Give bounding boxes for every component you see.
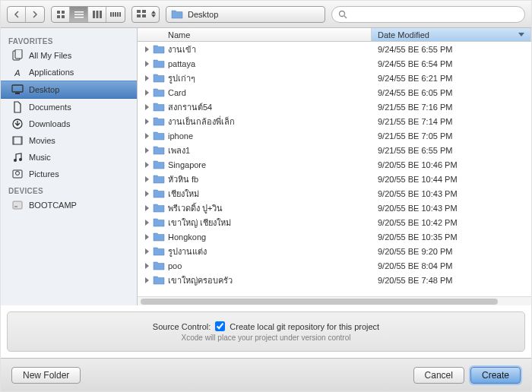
back-button[interactable] [8, 7, 26, 22]
file-row[interactable]: หัวหิน fb9/20/55 BE 10:44 PM [138, 172, 531, 186]
file-row[interactable]: เชียงใหม่9/20/55 BE 10:43 PM [138, 186, 531, 201]
disclosure-triangle-icon[interactable] [142, 277, 151, 283]
create-button[interactable]: Create [470, 367, 521, 384]
file-list[interactable]: งานเข้า9/24/55 BE 6:55 PMpattaya9/24/55 … [138, 42, 531, 296]
folder-icon [151, 116, 166, 126]
svg-point-19 [340, 11, 345, 16]
svg-line-20 [344, 16, 347, 18]
svg-rect-11 [112, 12, 114, 17]
file-name: รูปงานแต่ง [166, 245, 372, 258]
column-headers: Name Date Modified [138, 28, 531, 42]
horizontal-scrollbar[interactable] [138, 296, 531, 305]
disclosure-triangle-icon[interactable] [142, 46, 151, 52]
disclosure-triangle-icon[interactable] [142, 220, 151, 226]
pictures-icon [11, 168, 24, 180]
disclosure-triangle-icon[interactable] [142, 162, 151, 168]
git-checkbox[interactable] [215, 321, 225, 331]
svg-rect-5 [74, 14, 84, 15]
forward-button[interactable] [26, 7, 44, 22]
save-dialog: Desktop FAVORITESAll My FilesAApplicatio… [0, 0, 532, 392]
svg-text:A: A [14, 68, 20, 77]
search-icon [338, 10, 347, 19]
new-folder-button[interactable]: New Folder [11, 367, 81, 384]
cancel-button[interactable]: Cancel [413, 367, 464, 384]
disclosure-triangle-icon[interactable] [142, 263, 151, 269]
svg-rect-1 [62, 11, 65, 14]
file-date: 9/20/55 BE 10:35 PM [372, 232, 531, 242]
group-icon [137, 10, 147, 18]
sidebar-item-documents[interactable]: Documents [1, 99, 137, 115]
downloads-icon [11, 118, 24, 130]
svg-rect-12 [115, 12, 116, 17]
chevron-updown-icon [151, 11, 156, 17]
folder-icon [171, 9, 183, 19]
sidebar-item-music[interactable]: Music [1, 149, 137, 166]
sidebar-item-label: Desktop [29, 85, 59, 94]
options-panel: Source Control: Create local git reposit… [7, 311, 525, 352]
file-row[interactable]: พรีเวดดิ้ง ปู+วิน9/20/55 BE 10:43 PM [138, 201, 531, 215]
sidebar-item-label: All My Files [29, 51, 71, 60]
sidebar-item-applications[interactable]: AApplications [1, 64, 137, 81]
file-date: 9/20/55 BE 10:44 PM [372, 175, 531, 184]
file-row[interactable]: งานเข้า9/24/55 BE 6:55 PM [138, 42, 531, 56]
disclosure-triangle-icon[interactable] [142, 104, 151, 110]
disclosure-triangle-icon[interactable] [142, 90, 151, 96]
file-row[interactable]: iphone9/21/55 BE 7:05 PM [138, 128, 531, 143]
file-row[interactable]: เขาใหญ่ เชียงใหม่9/20/55 BE 10:42 PM [138, 215, 531, 229]
search-input[interactable] [351, 10, 518, 19]
coverflow-view-button[interactable] [106, 7, 125, 22]
file-row[interactable]: pattaya9/24/55 BE 6:54 PM [138, 56, 531, 71]
file-row[interactable]: เขาใหญ่ครอบครัว9/20/55 BE 7:48 PM [138, 273, 531, 287]
scrollbar-thumb[interactable] [141, 299, 498, 305]
git-checkbox-label: Create local git repository for this pro… [230, 322, 379, 331]
disclosure-triangle-icon[interactable] [142, 205, 151, 211]
sidebar-item-pictures[interactable]: Pictures [1, 166, 137, 182]
disclosure-triangle-icon[interactable] [142, 248, 151, 254]
sidebar-item-movies[interactable]: Movies [1, 132, 137, 149]
disclosure-triangle-icon[interactable] [142, 61, 151, 67]
file-row[interactable]: poo9/20/55 BE 8:04 PM [138, 258, 531, 273]
disclosure-triangle-icon[interactable] [142, 119, 151, 125]
svg-point-31 [19, 158, 22, 161]
sidebar-item-downloads[interactable]: Downloads [1, 115, 137, 132]
svg-rect-16 [142, 10, 146, 13]
folder-icon [151, 102, 166, 112]
disclosure-triangle-icon[interactable] [142, 234, 151, 240]
svg-rect-0 [57, 11, 60, 14]
svg-rect-34 [13, 201, 22, 209]
group-by-popup[interactable] [131, 6, 160, 23]
file-row[interactable]: รูปงานแต่ง9/20/55 BE 9:20 PM [138, 244, 531, 258]
location-popup[interactable]: Desktop [166, 6, 325, 23]
file-row[interactable]: Card9/24/55 BE 6:05 PM [138, 85, 531, 100]
sidebar-item-bootcamp[interactable]: BOOTCAMP [1, 197, 137, 213]
file-date: 9/20/55 BE 10:42 PM [372, 218, 531, 227]
column-view-button[interactable] [88, 7, 106, 22]
sidebar-section-header: FAVORITES [1, 33, 137, 47]
svg-rect-28 [13, 137, 14, 144]
file-row[interactable]: Singapore9/20/55 BE 10:46 PM [138, 157, 531, 172]
file-row[interactable]: งานเย็นกล้องพี่เล็ก9/21/55 BE 7:14 PM [138, 114, 531, 128]
sidebar-item-desktop[interactable]: Desktop [1, 81, 137, 99]
sidebar-item-all-my-files[interactable]: All My Files [1, 47, 137, 64]
view-mode-segment [51, 6, 125, 23]
disclosure-triangle-icon[interactable] [142, 191, 151, 197]
folder-icon [151, 275, 166, 285]
source-control-label: Source Control: [153, 322, 211, 331]
disclosure-triangle-icon[interactable] [142, 75, 151, 81]
file-date: 9/20/55 BE 9:20 PM [372, 247, 531, 256]
disclosure-triangle-icon[interactable] [142, 176, 151, 182]
file-row[interactable]: เพลง19/21/55 BE 6:55 PM [138, 143, 531, 157]
source-control-note: Xcode will place your project under vers… [182, 334, 351, 342]
search-field[interactable] [331, 6, 525, 23]
file-row[interactable]: รูปเก่าๆ9/24/55 BE 6:21 PM [138, 71, 531, 85]
disclosure-triangle-icon[interactable] [142, 133, 151, 139]
file-row[interactable]: Hongkong9/20/55 BE 10:35 PM [138, 229, 531, 244]
column-header-name[interactable]: Name [138, 28, 372, 41]
file-name: งานเข้า [166, 43, 372, 56]
icon-view-button[interactable] [52, 7, 70, 22]
column-header-date[interactable]: Date Modified [372, 28, 531, 41]
disclosure-triangle-icon[interactable] [142, 147, 151, 153]
file-name: iphone [166, 131, 372, 141]
list-view-button[interactable] [70, 7, 88, 22]
file-row[interactable]: สงกรานต์549/21/55 BE 7:16 PM [138, 100, 531, 114]
